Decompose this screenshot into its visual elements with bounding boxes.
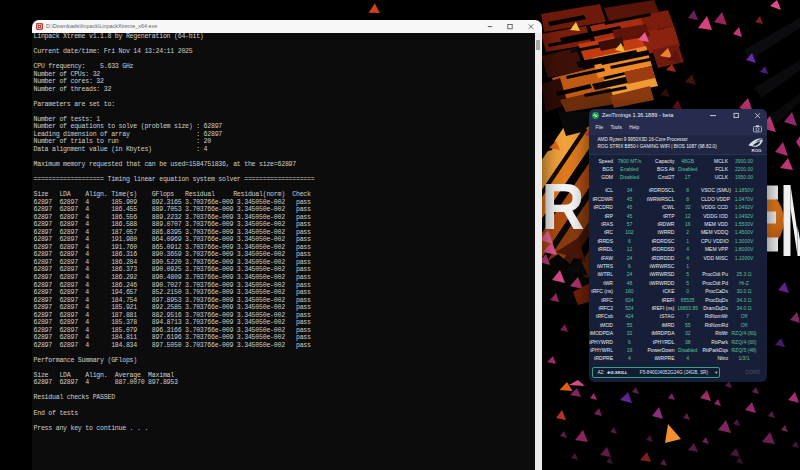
svg-text:ROG: ROG xyxy=(751,148,762,153)
svg-text:R: R xyxy=(542,171,585,242)
